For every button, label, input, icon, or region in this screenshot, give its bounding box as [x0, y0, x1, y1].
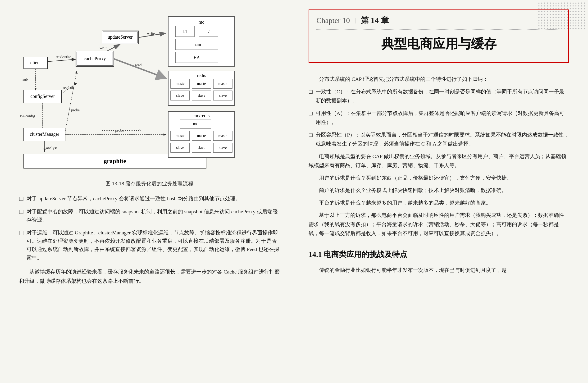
svg-text:write: write — [100, 46, 107, 50]
svg-text:sub: sub — [22, 77, 28, 81]
chapter-label-script: Chapter 10 — [316, 16, 350, 25]
svg-text:updateServer: updateServer — [108, 34, 133, 40]
svg-text:rw-config: rw-config — [20, 114, 35, 118]
svg-text:analyse: analyse — [46, 146, 58, 150]
dotted-pattern — [538, 2, 586, 31]
svg-text:maste: maste — [218, 134, 227, 138]
svg-text:reg/sub: reg/sub — [63, 85, 74, 90]
svg-line-26 — [65, 71, 77, 131]
cap-bullet-text-a: 可用性（A）：在集群中一部分节点故障后，集群整体是否还能响应客户端的读写请求（对… — [316, 109, 569, 127]
svg-text:slave: slave — [198, 93, 206, 97]
bullet-icon-2: ❑ — [19, 208, 24, 216]
bullet-icon-1: ❑ — [19, 195, 24, 203]
chapter-number: 第 14 章 — [361, 15, 389, 26]
bullet-text-2: 对于配置中心的故障，可以通过访问端的 snapshot 机制，利用之前的 sna… — [26, 207, 280, 224]
bullet-icon-3: ❑ — [19, 229, 24, 237]
cap-bullet-c: ❑ 一致性（C）：在分布式系统中的所有数据备份，在同一时刻是否是同样的值（等同于… — [309, 87, 569, 106]
platform-demand-paragraph: 平台的诉求是什么？越来越多的用户，越来越多的品类，越来越好的商家。 — [309, 198, 569, 208]
section-text: 传统的金融行业比如银行可能半年才发布一次版本，现在已与时俱进到月度了，越 — [309, 266, 569, 275]
svg-text:slave: slave — [176, 93, 184, 97]
svg-text:graphite: graphite — [104, 158, 126, 165]
svg-text:maste: maste — [197, 82, 206, 85]
section-heading: 14.1 电商类应用的挑战及特点 — [309, 248, 569, 261]
bullet-item-1: ❑ 对于 updateServer 节点异常，cacheProxy 会将请求通过… — [19, 194, 280, 203]
challenge-paragraph: 基于以上三方的诉求，那么电商平台会面临及时响应性的用户需求（我购买成功，还是失败… — [309, 211, 569, 238]
left-page: client cacheProxy read/write updateServe… — [0, 0, 294, 383]
svg-text:write: write — [147, 32, 155, 36]
svg-text:main: main — [192, 42, 201, 47]
cap-bullet-icon-p: ❑ — [309, 131, 313, 149]
right-content: 分布式系统的 CAP 理论首先把分布式系统中的三个特性进行了如下归纳： ❑ 一致… — [309, 75, 569, 275]
svg-line-5 — [47, 59, 76, 62]
svg-text:clusterManager: clusterManager — [30, 131, 60, 137]
footer-paragraph: 从微博缓存历年的演进经验来看，缓存服务化未来的道路还很长，需要进一步的对各 Ca… — [19, 267, 280, 286]
cap-bullet-icon-a: ❑ — [309, 109, 313, 127]
bullet-list: ❑ 对于 updateServer 节点异常，cacheProxy 会将请求通过… — [19, 194, 280, 262]
svg-text:configServer: configServer — [30, 94, 55, 99]
bullet-text-3: 对于运维，可以通过 Graphite、clusterManager 实现标准化运… — [26, 229, 280, 262]
intro-paragraph: 分布式系统的 CAP 理论首先把分布式系统中的三个特性进行了如下归纳： — [309, 75, 569, 84]
svg-text:L1: L1 — [206, 29, 211, 34]
svg-text:mc: mc — [193, 121, 198, 126]
svg-line-10 — [107, 44, 120, 51]
svg-text:slave: slave — [219, 93, 227, 97]
svg-text:redis: redis — [197, 73, 206, 78]
cap-bullet-a: ❑ 可用性（A）：在集群中一部分节点故障后，集群整体是否还能响应客户端的读写请求… — [309, 109, 569, 127]
cap-bullet-icon-c: ❑ — [309, 88, 313, 106]
svg-text:mc: mc — [199, 20, 205, 25]
cap-bullet-p: ❑ 分区容忍性（P）：以实际效果而言，分区相当于对通信的时限要求。系统如果不能在… — [309, 130, 569, 149]
page-container: client cacheProxy read/write updateServe… — [0, 0, 588, 383]
svg-text:maste: maste — [218, 82, 227, 85]
svg-text:L1: L1 — [183, 29, 187, 34]
svg-text:probe: probe — [71, 108, 80, 112]
svg-text:- - - - - - probe - - - - - - : - - - - - - probe - - - - - - -> — [102, 128, 142, 132]
svg-text:mc/redis: mc/redis — [193, 113, 210, 118]
diagram-caption: 图 13-18 缓存服务化后的业务处理流程 — [19, 180, 280, 187]
svg-text:slave: slave — [219, 146, 227, 149]
bullet-text-1: 对于 updateServer 节点异常，cacheProxy 会将请求通过一致… — [26, 194, 280, 203]
chapter-title: 典型电商应用与缓存 — [316, 35, 561, 53]
svg-text:cacheProxy: cacheProxy — [84, 56, 106, 61]
ecommerce-paragraph: 电商领域是典型的要在 CAP 做出权衡的业务领域。从参与者来区分有用户、商户、平… — [309, 152, 569, 170]
svg-text:slave: slave — [176, 146, 184, 149]
svg-text:read: read — [135, 63, 142, 67]
merchant-demand-paragraph: 商户的诉求是什么？业务模式上解决快速回款；技术上解决对账清晰，数据准确。 — [309, 186, 569, 195]
diagram-area: client cacheProxy read/write updateServe… — [19, 9, 280, 175]
cap-bullet-text-p: 分区容忍性（P）：以实际效果而言，分区相当于对通信的时限要求。系统如果不能在时限… — [316, 130, 569, 149]
svg-text:HA: HA — [194, 55, 200, 60]
right-page: Chapter 10 | 第 14 章 典型电商应用与缓存 分布式系统的 CAP… — [294, 0, 588, 383]
architecture-diagram: client cacheProxy read/write updateServe… — [19, 9, 280, 175]
bullet-item-2: ❑ 对于配置中心的故障，可以通过访问端的 snapshot 机制，利用之前的 s… — [19, 207, 280, 224]
svg-text:maste: maste — [176, 134, 184, 138]
svg-text:maste: maste — [176, 82, 184, 85]
svg-rect-79 — [538, 2, 586, 31]
svg-text:slave: slave — [198, 146, 206, 149]
bullet-item-3: ❑ 对于运维，可以通过 Graphite、clusterManager 实现标准… — [19, 229, 280, 262]
cap-bullet-text-c: 一致性（C）：在分布式系统中的所有数据备份，在同一时刻是否是同样的值（等同于所有… — [316, 87, 569, 106]
svg-line-14 — [114, 59, 166, 78]
svg-text:client: client — [30, 60, 41, 65]
chapter-header-box: Chapter 10 | 第 14 章 典型电商应用与缓存 — [309, 9, 569, 63]
user-demand-paragraph: 用户的诉求是什么？买到好东西（正品，价格最好还便宜），支付方便，安全快捷。 — [309, 173, 569, 183]
svg-text:read/write: read/write — [56, 55, 71, 59]
svg-text:maste: maste — [197, 134, 206, 138]
